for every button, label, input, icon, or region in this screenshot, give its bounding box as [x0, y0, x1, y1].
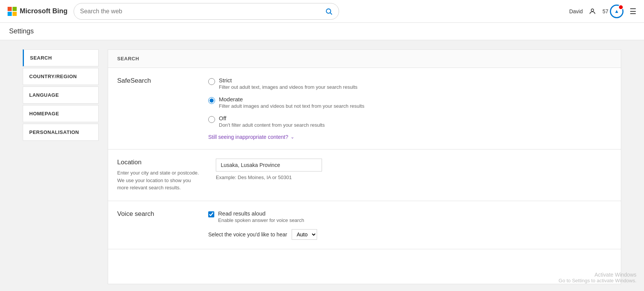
location-row: Location Enter your city and state or po…: [117, 159, 612, 192]
section-header: SEARCH: [108, 50, 621, 68]
safesearch-row: SafeSearch Strict Filter out adult text,…: [117, 77, 612, 140]
voice-select[interactable]: Auto: [292, 229, 317, 240]
hamburger-menu-icon[interactable]: ☰: [630, 7, 636, 16]
microsoft-logo-icon: [8, 7, 17, 16]
location-input[interactable]: [216, 159, 322, 171]
safesearch-strict-option: Strict Filter out adult text, images and…: [208, 77, 612, 90]
reward-badge[interactable]: 57 ▲: [602, 5, 624, 18]
location-label-col: Location Enter your city and state or po…: [117, 159, 201, 192]
safesearch-off-option: Off Don't filter adult content from your…: [208, 115, 612, 128]
safesearch-label: SafeSearch: [117, 77, 193, 85]
bing-logo[interactable]: Microsoft Bing: [8, 7, 68, 16]
safesearch-strict-radio[interactable]: [208, 78, 215, 85]
search-icon: [325, 8, 333, 15]
location-description: Enter your city and state or postcode. W…: [117, 169, 201, 192]
reward-circle: ▲: [610, 5, 624, 18]
svg-line-1: [330, 13, 332, 14]
brand-name: Microsoft Bing: [20, 7, 68, 15]
voice-search-controls: Read results aloud Enable spoken answer …: [208, 210, 612, 240]
safesearch-label-col: SafeSearch: [117, 77, 193, 140]
inappropriate-content-link[interactable]: Still seeing inappropriate content? ⌄: [208, 134, 612, 140]
activate-windows-subtitle: Go to Settings to activate Windows.: [559, 278, 636, 283]
safesearch-moderate-radio[interactable]: [208, 97, 215, 104]
location-example: Example: Des Moines, IA or 50301: [216, 175, 612, 180]
header: Microsoft Bing David 57 ▲ ☰: [0, 0, 644, 23]
activate-windows-title: Activate Windows: [559, 272, 636, 278]
search-input[interactable]: [80, 8, 322, 15]
voice-search-label-col: Voice search: [117, 210, 193, 240]
safesearch-moderate-desc: Filter adult images and videos but not t…: [219, 103, 364, 109]
reward-inner-icon: ▲: [614, 8, 619, 14]
content-area: SEARCH SafeSearch Strict Filter out adul…: [108, 49, 621, 284]
location-label: Location: [117, 159, 201, 166]
search-button[interactable]: [325, 8, 333, 15]
sidebar-item-personalisation[interactable]: PERSONALISATION: [23, 124, 99, 141]
svg-point-0: [326, 9, 331, 13]
sidebar-item-search[interactable]: SEARCH: [23, 49, 99, 66]
safesearch-off-radio[interactable]: [208, 116, 215, 123]
safesearch-off-desc: Don't filter adult content from your sea…: [219, 122, 325, 128]
voice-select-label: Select the voice you'd like to hear: [208, 231, 287, 238]
voice-search-label: Voice search: [117, 210, 193, 218]
read-aloud-desc: Enable spoken answer for voice search: [218, 217, 304, 223]
page-title-bar: Settings: [0, 23, 644, 40]
activate-windows-watermark: Activate Windows Go to Settings to activ…: [559, 272, 636, 283]
sidebar-item-language[interactable]: LANGUAGE: [23, 87, 99, 104]
safesearch-strict-label: Strict: [219, 77, 358, 83]
safesearch-moderate-option: Moderate Filter adult images and videos …: [208, 96, 612, 109]
read-aloud-checkbox[interactable]: [208, 211, 214, 217]
voice-select-row: Select the voice you'd like to hear Auto: [208, 229, 612, 240]
safesearch-moderate-label: Moderate: [219, 96, 364, 102]
header-right: David 57 ▲ ☰: [569, 5, 636, 18]
voice-search-section: Voice search Read results aloud Enable s…: [108, 201, 621, 249]
sidebar: SEARCH COUNTRY/REGION LANGUAGE HOMEPAGE …: [23, 49, 99, 284]
safesearch-strict-desc: Filter out adult text, images and videos…: [219, 84, 358, 90]
search-bar: [74, 3, 339, 20]
location-controls: Example: Des Moines, IA or 50301: [216, 159, 612, 192]
read-aloud-label: Read results aloud: [218, 210, 304, 217]
svg-point-2: [591, 9, 594, 11]
voice-search-row: Voice search Read results aloud Enable s…: [117, 210, 612, 240]
safesearch-controls: Strict Filter out adult text, images and…: [208, 77, 612, 140]
main-layout: SEARCH COUNTRY/REGION LANGUAGE HOMEPAGE …: [0, 40, 644, 291]
location-section: Location Enter your city and state or po…: [108, 149, 621, 201]
page-title: Settings: [9, 27, 635, 35]
user-profile-icon[interactable]: [589, 8, 596, 15]
safesearch-section: SafeSearch Strict Filter out adult text,…: [108, 68, 621, 149]
sidebar-item-homepage[interactable]: HOMEPAGE: [23, 105, 99, 122]
read-aloud-option: Read results aloud Enable spoken answer …: [208, 210, 612, 223]
reward-count: 57: [602, 8, 608, 14]
safesearch-off-label: Off: [219, 115, 325, 121]
user-name: David: [569, 8, 583, 14]
chevron-down-icon: ⌄: [291, 134, 294, 140]
sidebar-item-country-region[interactable]: COUNTRY/REGION: [23, 68, 99, 85]
